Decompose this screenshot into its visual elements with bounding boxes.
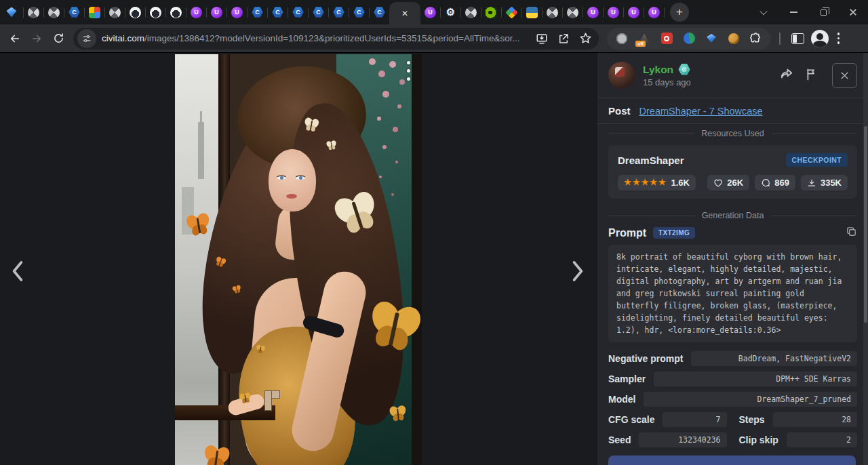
bookmark-star-icon[interactable] [579, 32, 592, 45]
sidebar-scrollbar[interactable] [863, 53, 868, 465]
share-icon[interactable] [557, 33, 570, 45]
prompt-text[interactable]: 8k portrait of beautiful cyborg with bro… [608, 245, 857, 342]
site-settings-icon[interactable] [77, 29, 96, 48]
username[interactable]: Lykon [643, 64, 673, 76]
txt2img-badge: TXT2IMG [653, 227, 695, 239]
active-tab[interactable]: ✕ [389, 2, 420, 24]
pinned-tab-swirl-icon[interactable] [461, 0, 481, 24]
pinned-tab-store-icon[interactable] [85, 0, 104, 24]
field-value[interactable]: 2 [787, 432, 857, 447]
pinned-tab-swirl-icon[interactable] [24, 0, 43, 24]
field-value[interactable]: 132340236 [639, 432, 726, 447]
field-value[interactable]: DreamShaper_7_pruned [644, 392, 857, 407]
browser-menu-kebab-icon[interactable] [831, 28, 847, 49]
field-label: Clip skip [739, 434, 778, 445]
field-value[interactable]: 7 [663, 412, 726, 427]
reload-button[interactable] [47, 28, 69, 49]
forward-button[interactable] [26, 28, 47, 49]
tab-strip: CUUUCCCCCCC ✕ U⚙UUUU + [0, 0, 868, 24]
close-tab-icon[interactable]: ✕ [401, 9, 408, 18]
pinned-tab-swirl-icon[interactable] [542, 0, 562, 24]
pinned-tab-github-icon[interactable] [166, 0, 186, 24]
pinned-tab-purple-u-icon[interactable]: U [420, 0, 440, 24]
restore-button[interactable] [808, 0, 838, 24]
profile-avatar[interactable] [809, 28, 831, 49]
cursor-artifact [264, 390, 279, 409]
pinned-tab-purple-u-icon[interactable]: U [186, 0, 206, 24]
copy-prompt-icon[interactable] [846, 226, 857, 240]
gem-icon[interactable] [0, 7, 23, 18]
copy-generation-data-button[interactable]: Copy Generation Data [608, 456, 856, 465]
downloads-pill[interactable]: 335K [801, 175, 848, 190]
share-post-icon[interactable] [779, 66, 795, 85]
field-label: CFG scale [608, 414, 654, 425]
pinned-tab-purple-u-icon[interactable]: U [227, 0, 247, 24]
pinned-tabs-left: CUUUCCCCCCC [24, 0, 389, 24]
pinned-tab-civitai-icon[interactable]: C [268, 0, 288, 24]
pinned-tab-github-icon[interactable] [125, 0, 145, 24]
pinned-tab-swirl-icon[interactable] [105, 0, 125, 24]
image-options-menu[interactable] [403, 61, 413, 81]
pinned-tab-civitai-icon[interactable]: C [248, 0, 267, 24]
close-panel-button[interactable] [832, 63, 857, 88]
butterfly-icon [363, 298, 422, 362]
likes-pill[interactable]: 26K [707, 175, 749, 190]
install-app-icon[interactable] [536, 33, 548, 45]
download-icon [807, 178, 816, 188]
field-value[interactable]: DPM++ SDE Karras [654, 371, 857, 386]
gem-extension-icon[interactable] [705, 33, 717, 45]
pinned-tab-civitai-icon[interactable]: C [64, 0, 84, 24]
pinned-tab-civitai-icon[interactable]: C [370, 0, 389, 24]
pinned-tab-purple-u-icon[interactable]: U [644, 0, 664, 24]
pinned-tab-swirl-icon[interactable] [563, 0, 583, 24]
pinned-tab-civitai-icon[interactable]: C [349, 0, 369, 24]
butterfly-icon [239, 392, 252, 408]
field-value[interactable]: 28 [773, 412, 857, 427]
report-flag-icon[interactable] [805, 67, 819, 84]
pinned-tab-civitai-icon[interactable]: C [288, 0, 308, 24]
pinned-tab-python-icon[interactable] [522, 0, 542, 24]
extensions-puzzle-icon[interactable] [750, 33, 762, 45]
field-label: Sampler [608, 373, 646, 384]
pinned-tab-gear-icon[interactable]: ⚙ [441, 0, 460, 24]
next-image-button[interactable] [564, 255, 591, 287]
close-window-button[interactable] [838, 0, 868, 24]
blue-circle-extension-icon[interactable] [683, 33, 695, 45]
butterfly-icon [201, 443, 232, 465]
resource-card[interactable]: DreamShaper CHECKPOINT ★★★★★ 1.6K 26K 86… [608, 145, 857, 199]
scrollbar-thumb[interactable] [864, 126, 867, 323]
url-path: /images/1386412?modelVersionId=109123&pr… [144, 33, 520, 43]
post-label: Post [608, 105, 631, 117]
back-button[interactable] [4, 28, 26, 49]
rating-count: 1.6K [671, 178, 690, 188]
url-bar[interactable]: civitai.com/images/1386412?modelVersionI… [73, 28, 599, 49]
field-value[interactable]: BadDream, FastNegativeV2 [691, 351, 857, 366]
comment-icon [761, 178, 770, 188]
pinned-tab-civitai-icon[interactable]: C [329, 0, 349, 24]
pinned-tab-gem-multi-icon[interactable] [502, 0, 521, 24]
user-avatar[interactable] [608, 62, 635, 89]
minimize-button[interactable] [778, 0, 808, 24]
generated-image[interactable] [175, 54, 422, 465]
resources-used-divider: Resources Used [608, 129, 857, 138]
pinned-tab-civitai-icon[interactable]: C [309, 0, 328, 24]
side-panel-button[interactable] [787, 28, 809, 49]
pinned-tab-purple-u-icon[interactable]: U [207, 0, 226, 24]
new-tab-button[interactable]: + [670, 3, 689, 22]
comments-count: 869 [774, 178, 789, 188]
blocker-off-extension-icon[interactable]: off [638, 33, 650, 45]
globe-extension-icon[interactable] [616, 33, 628, 45]
pinned-tab-purple-u-icon[interactable]: U [604, 0, 623, 24]
tab-search-chevron-icon[interactable] [749, 0, 778, 24]
pinned-tab-purple-u-icon[interactable]: U [624, 0, 644, 24]
comments-pill[interactable]: 869 [755, 175, 795, 190]
previous-image-button[interactable] [4, 255, 31, 287]
pinned-tab-swirl-icon[interactable] [44, 0, 64, 24]
post-link[interactable]: DreamShaper - 7 Showcase [639, 106, 763, 117]
cookie-extension-icon[interactable] [728, 33, 740, 45]
red-o-extension-icon[interactable] [660, 33, 673, 45]
pinned-tab-nvidia-icon[interactable] [481, 0, 501, 24]
pinned-tab-github-icon[interactable] [146, 0, 165, 24]
pinned-tab-purple-u-icon[interactable]: U [583, 0, 603, 24]
rating-pill[interactable]: ★★★★★ 1.6K [618, 175, 696, 190]
